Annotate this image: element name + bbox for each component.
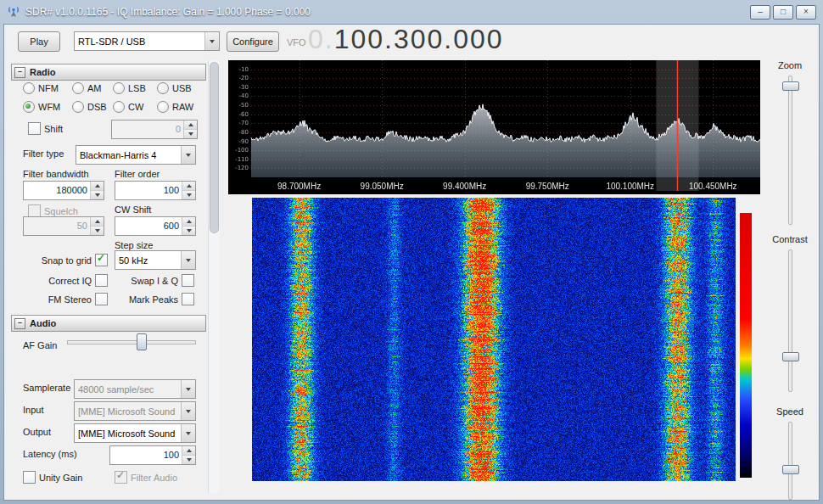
chevron-down-icon <box>181 380 195 398</box>
latency-input[interactable]: 100 <box>109 445 196 465</box>
shift-input: 0 <box>111 120 198 139</box>
output-select[interactable]: [MME] Microsoft Sound <box>74 423 196 443</box>
spinner-arrows-icon[interactable] <box>90 182 104 199</box>
slider-thumb[interactable] <box>137 333 147 350</box>
filter-type-select[interactable]: Blackman-Harris 4 <box>76 145 196 165</box>
mode-lsb[interactable]: LSB <box>113 82 155 94</box>
spinner-arrows-icon <box>90 217 104 235</box>
input-label: Input <box>23 405 43 415</box>
slider-thumb[interactable] <box>782 465 799 474</box>
radio-icon <box>72 82 84 94</box>
toolbar: Play RTL-SDR / USB Configure VFO 0. 100.… <box>4 25 819 57</box>
squelch-input: 50 <box>23 216 104 236</box>
radio-panel-title: Radio <box>30 67 56 77</box>
af-gain-label: AF Gain <box>23 340 57 350</box>
filter-audio-checkbox: Filter Audio <box>115 471 177 484</box>
radio-icon <box>113 101 125 113</box>
radio-panel-header[interactable]: – Radio <box>11 64 206 81</box>
radio-icon <box>157 82 169 94</box>
mode-raw[interactable]: RAW <box>157 101 198 113</box>
spinner-arrows-icon[interactable] <box>182 182 195 199</box>
step-size-label: Step size <box>115 240 153 250</box>
scrollbar-thumb[interactable] <box>210 62 219 233</box>
snap-to-grid-checkbox[interactable]: Snap to grid <box>16 254 108 266</box>
checkbox-icon <box>95 274 108 287</box>
squelch-checkbox: Squelch <box>28 204 78 217</box>
configure-button[interactable]: Configure <box>227 31 279 52</box>
filter-order-label: Filter order <box>115 169 160 179</box>
chevron-down-icon[interactable] <box>181 251 195 269</box>
speed-label: Speed <box>761 406 819 417</box>
collapse-icon[interactable]: – <box>14 318 25 329</box>
filter-type-label: Filter type <box>23 148 64 159</box>
checkbox-icon <box>28 204 41 217</box>
af-gain-slider[interactable] <box>67 333 196 350</box>
checkbox-icon <box>182 274 194 287</box>
zoom-slider[interactable] <box>761 76 819 225</box>
mode-nfm[interactable]: NFM <box>23 82 70 94</box>
mode-dsb[interactable]: DSB <box>72 101 111 113</box>
mode-usb[interactable]: USB <box>157 82 198 94</box>
audio-panel-header[interactable]: – Audio <box>11 315 206 332</box>
source-select[interactable]: RTL-SDR / USB <box>74 31 220 51</box>
close-icon[interactable]: × <box>796 5 816 20</box>
mode-cw[interactable]: CW <box>113 101 155 113</box>
maximize-icon[interactable]: □ <box>773 5 793 20</box>
frequency-dim-digits[interactable]: 0. <box>308 24 334 55</box>
cw-shift-input[interactable]: 600 <box>115 216 196 236</box>
sdr-sharp-window: SDR# v1.0.0.1165 - IQ Imbalance: Gain = … <box>0 0 823 504</box>
mode-wfm[interactable]: WFM <box>23 101 70 113</box>
unity-gain-checkbox[interactable]: Unity Gain <box>23 471 82 484</box>
title-bar[interactable]: SDR# v1.0.0.1165 - IQ Imbalance: Gain = … <box>0 0 823 24</box>
client-area: Play RTL-SDR / USB Configure VFO 0. 100.… <box>3 24 820 501</box>
speed-slider[interactable] <box>761 422 819 500</box>
correct-iq-checkbox[interactable]: Correct IQ <box>16 274 108 287</box>
checkbox-icon <box>23 471 36 484</box>
shift-checkbox[interactable]: Shift <box>28 122 63 135</box>
window-title: SDR# v1.0.0.1165 - IQ Imbalance: Gain = … <box>25 6 311 18</box>
filter-bandwidth-input[interactable]: 180000 <box>23 181 104 200</box>
window-controls: – □ × <box>750 5 816 20</box>
slider-track <box>788 76 792 225</box>
cw-shift-label: CW Shift <box>115 204 151 215</box>
chevron-down-icon[interactable] <box>181 146 195 164</box>
mark-peaks-checkbox[interactable]: Mark Peaks <box>108 293 194 305</box>
slider-thumb[interactable] <box>782 352 799 361</box>
source-select-value: RTL-SDR / USB <box>75 36 204 47</box>
radio-icon <box>23 101 35 113</box>
step-size-select[interactable]: 50 kHz <box>115 250 196 270</box>
spinner-arrows-icon <box>183 120 197 138</box>
slider-thumb[interactable] <box>782 81 799 91</box>
checkbox-icon <box>182 293 194 305</box>
swap-iq-checkbox[interactable]: Swap I & Q <box>108 274 194 287</box>
chevron-down-icon[interactable] <box>181 424 195 442</box>
panel-scrollbar[interactable] <box>208 60 220 493</box>
waterfall-colorbar <box>740 213 752 478</box>
collapse-icon[interactable]: – <box>14 67 25 78</box>
radio-icon <box>72 101 84 113</box>
spectrum-canvas[interactable] <box>228 60 760 194</box>
chevron-down-icon[interactable] <box>204 32 219 50</box>
output-label: Output <box>23 427 51 437</box>
control-panel: – Radio NFM AM LSB USB WFM <box>9 60 220 493</box>
frequency-digits[interactable]: 100.300.000 <box>334 24 504 55</box>
checkbox-icon <box>28 122 41 135</box>
frequency-display[interactable]: 0. 100.300.000 <box>308 24 504 55</box>
input-select: [MME] Microsoft Sound <box>74 401 196 421</box>
radio-icon <box>157 101 169 113</box>
vfo-label: VFO <box>287 37 306 48</box>
spectrum-display[interactable] <box>228 60 760 194</box>
spinner-arrows-icon[interactable] <box>182 217 195 235</box>
play-button[interactable]: Play <box>18 31 60 52</box>
waterfall-area <box>228 198 760 481</box>
waterfall-canvas[interactable] <box>252 198 736 481</box>
contrast-slider[interactable] <box>761 249 819 392</box>
radio-icon <box>23 82 35 94</box>
zoom-label: Zoom <box>761 60 819 70</box>
minimize-icon[interactable]: – <box>750 5 770 20</box>
slider-track <box>788 249 792 392</box>
filter-order-input[interactable]: 100 <box>115 181 196 200</box>
fm-stereo-checkbox[interactable]: FM Stereo <box>16 293 108 305</box>
mode-am[interactable]: AM <box>72 82 111 94</box>
spinner-arrows-icon[interactable] <box>182 446 195 464</box>
